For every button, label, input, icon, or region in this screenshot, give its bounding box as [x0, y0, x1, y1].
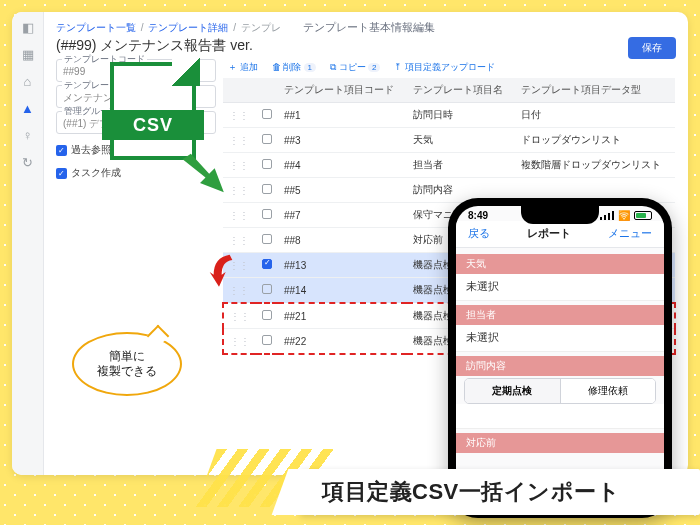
row-checkbox[interactable]	[262, 159, 272, 169]
nav-icon[interactable]: ⌂	[24, 74, 32, 89]
nav-pin-icon[interactable]: ♀	[23, 128, 33, 143]
drag-handle-icon[interactable]: ⋮⋮	[223, 329, 256, 355]
check-icon: ✓	[56, 145, 67, 156]
phone-title: レポート	[527, 226, 571, 241]
green-arrow-icon	[178, 150, 233, 205]
row-checkbox[interactable]	[262, 134, 272, 144]
save-button[interactable]: 保存	[628, 37, 676, 59]
row-checkbox[interactable]	[262, 310, 272, 320]
table-row[interactable]: ⋮⋮##4担当者複数階層ドロップダウンリスト	[223, 153, 675, 178]
svg-marker-0	[183, 154, 224, 193]
check-icon: ✓	[56, 168, 67, 179]
delete-button[interactable]: 🗑 削除 1	[272, 61, 316, 74]
nav-icon[interactable]: ▦	[22, 47, 34, 62]
phone-time: 8:49	[468, 210, 488, 221]
add-button[interactable]: ＋ 追加	[228, 61, 258, 74]
drag-handle-icon[interactable]: ⋮⋮	[223, 128, 256, 153]
breadcrumb-current: テンプレ	[241, 22, 281, 33]
phone-back-button[interactable]: 戻る	[468, 226, 490, 241]
breadcrumb-link[interactable]: テンプレート一覧	[56, 22, 136, 33]
phone-section-head: 対応前	[456, 433, 664, 453]
col-name: テンプレート項目名	[407, 78, 515, 103]
breadcrumb-link[interactable]: テンプレート詳細	[148, 22, 228, 33]
row-checkbox[interactable]	[262, 335, 272, 345]
page-subtitle: テンプレート基本情報編集	[303, 21, 435, 33]
row-checkbox[interactable]	[262, 259, 272, 269]
phone-section-head: 訪問内容	[456, 356, 664, 376]
row-checkbox[interactable]	[262, 184, 272, 194]
nav-icon-active[interactable]: ▲	[21, 101, 34, 116]
phone-field-value[interactable]	[456, 404, 664, 429]
phone-tab[interactable]: 定期点検	[465, 379, 560, 403]
col-code: テンプレート項目コード	[278, 78, 407, 103]
phone-tab[interactable]: 修理依頼	[560, 379, 656, 403]
col-type: テンプレート項目データ型	[515, 78, 676, 103]
drag-handle-icon[interactable]: ⋮⋮	[223, 303, 256, 329]
page-title: (##99) メンテナンス報告書 ver.	[56, 37, 253, 55]
feature-caption: 項目定義CSV一括インポート	[0, 457, 700, 525]
phone-field-value[interactable]: 未選択	[456, 325, 664, 352]
row-checkbox[interactable]	[262, 109, 272, 119]
drag-handle-icon[interactable]: ⋮⋮	[223, 103, 256, 128]
row-checkbox[interactable]	[262, 284, 272, 294]
row-checkbox[interactable]	[262, 234, 272, 244]
phone-section-head: 天気	[456, 254, 664, 274]
phone-field-value[interactable]: 未選択	[456, 274, 664, 301]
csv-file-graphic: CSV	[110, 62, 196, 160]
phone-menu-button[interactable]: メニュー	[608, 226, 652, 241]
table-row[interactable]: ⋮⋮##1訪問日時日付	[223, 103, 675, 128]
drag-handle-icon[interactable]: ⋮⋮	[223, 203, 256, 228]
red-arrow-icon	[208, 252, 238, 292]
drag-handle-icon[interactable]: ⋮⋮	[223, 228, 256, 253]
nav-icon[interactable]: ◧	[22, 20, 34, 35]
breadcrumb: テンプレート一覧 / テンプレート詳細 / テンプレ テンプレート基本情報編集	[56, 20, 676, 35]
nav-icon[interactable]: ↻	[22, 155, 33, 170]
left-nav-rail: ◧ ▦ ⌂ ▲ ♀ ↻	[12, 12, 44, 475]
upload-button[interactable]: ⤒ 項目定義アップロード	[394, 61, 495, 74]
battery-icon: 🛜	[600, 210, 652, 221]
phone-section-head: 担当者	[456, 305, 664, 325]
row-checkbox[interactable]	[262, 209, 272, 219]
callout-bubble: 簡単に 複製できる	[72, 332, 182, 396]
table-row[interactable]: ⋮⋮##3天気ドロップダウンリスト	[223, 128, 675, 153]
copy-button[interactable]: ⧉ コピー 2	[330, 61, 380, 74]
